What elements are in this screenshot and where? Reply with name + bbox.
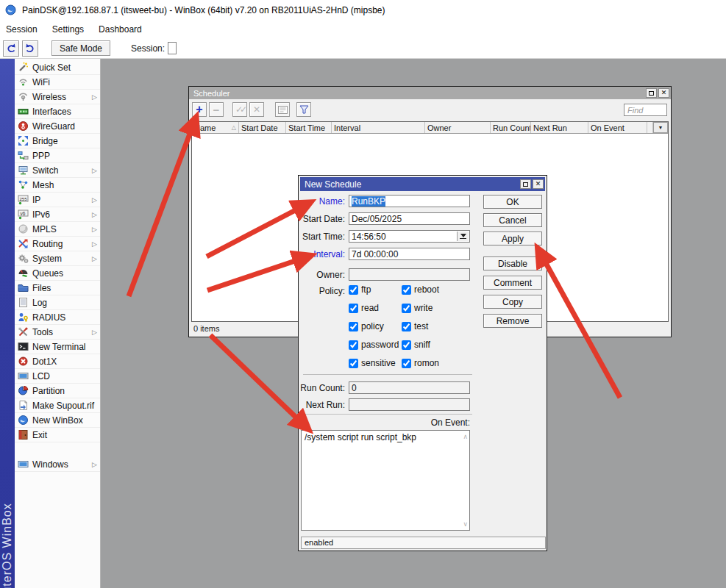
policy-checkbox-sensitive[interactable]: sensitive: [349, 358, 396, 368]
sidebar-item-wifi[interactable]: WiFi: [15, 75, 100, 90]
sidebar-item-bridge[interactable]: Bridge: [15, 134, 100, 148]
sidebar: Quick Set WiFi Wireless▷ Interfaces Wire…: [15, 59, 101, 588]
maximize-button[interactable]: [646, 88, 657, 98]
sidebar-item-quick-set[interactable]: Quick Set: [15, 60, 100, 75]
sidebar-item-ip[interactable]: 255IP▷: [15, 193, 100, 207]
remove-button[interactable]: −: [209, 102, 224, 117]
sidebar-item-radius[interactable]: RADIUS: [15, 310, 100, 325]
menu-session[interactable]: Session: [0, 21, 46, 37]
sidebar-item-mesh[interactable]: Mesh: [15, 178, 100, 193]
scheduler-titlebar[interactable]: Scheduler ✕: [189, 87, 671, 99]
maximize-icon: [649, 91, 654, 96]
policy-checkbox-write[interactable]: write: [402, 303, 433, 313]
on-event-textarea[interactable]: /system script run script_bkp ∧ ∨: [301, 430, 470, 531]
scroll-up-icon[interactable]: ∧: [463, 433, 468, 440]
x-icon: ✕: [253, 104, 260, 115]
policy-checkbox-test[interactable]: test: [402, 321, 428, 331]
enable-button[interactable]: ✓✓: [232, 102, 247, 117]
sidebar-item-lcd[interactable]: LCD: [15, 369, 100, 384]
close-icon[interactable]: ✕: [533, 179, 544, 189]
sidebar-item-switch[interactable]: Switch▷: [15, 163, 100, 178]
policy-checkbox-reboot[interactable]: reboot: [402, 284, 439, 295]
sidebar-item-files[interactable]: Files: [15, 281, 100, 295]
sidebar-item-dot1x[interactable]: Dot1X: [15, 354, 100, 369]
sidebar-item-windows[interactable]: Windows▷: [15, 457, 100, 472]
column-header-interval[interactable]: Interval: [332, 122, 425, 133]
remove-button[interactable]: Remove: [483, 314, 542, 328]
sidebar-item-label: New WinBox: [32, 415, 83, 426]
files-icon: [18, 282, 29, 293]
column-header-start-time[interactable]: Start Time: [286, 122, 332, 133]
sidebar-item-ppp[interactable]: PPP: [15, 148, 100, 163]
column-options-button[interactable]: ▼: [653, 122, 668, 133]
sidebar-item-label: LCD: [32, 371, 50, 381]
sidebar-item-wireless[interactable]: Wireless▷: [15, 90, 100, 104]
queues-icon: [18, 268, 29, 279]
sidebar-item-routing[interactable]: Routing▷: [15, 237, 100, 251]
separator: [303, 414, 472, 415]
close-icon[interactable]: ✕: [658, 88, 669, 98]
column-header-run-count[interactable]: Run Count: [491, 122, 531, 133]
disable-button[interactable]: ✕: [249, 102, 264, 117]
safe-mode-button[interactable]: Safe Mode: [51, 40, 110, 56]
time-dropdown-button[interactable]: [457, 232, 469, 241]
policy-checkbox-ftp[interactable]: ftp: [349, 284, 371, 295]
policy-checkbox-password[interactable]: password: [349, 340, 399, 350]
sidebar-item-interfaces[interactable]: Interfaces: [15, 104, 100, 119]
menu-dashboard[interactable]: Dashboard: [93, 21, 151, 37]
policy-checkbox-sniff[interactable]: sniff: [402, 340, 430, 350]
comment-button[interactable]: Comment: [483, 276, 542, 290]
scroll-down-icon[interactable]: ∨: [463, 520, 468, 528]
start-date-label: Start Date:: [299, 214, 345, 224]
sidebar-item-mpls[interactable]: MPLS▷: [15, 222, 100, 237]
filter-button[interactable]: [296, 102, 311, 117]
column-header-owner[interactable]: Owner: [425, 122, 491, 133]
undo-icon: [5, 43, 17, 54]
column-header-next-run[interactable]: Next Run: [531, 122, 588, 133]
submenu-arrow-icon: ▷: [92, 93, 97, 101]
menu-settings[interactable]: Settings: [46, 21, 93, 37]
redo-button[interactable]: [22, 40, 38, 57]
start-date-input[interactable]: Dec/05/2025: [349, 212, 470, 225]
sidebar-item-wireguard[interactable]: WireGuard: [15, 119, 100, 134]
policy-checkbox-read[interactable]: read: [349, 303, 379, 313]
session-input[interactable]: [168, 42, 177, 54]
brand-vertical-text: RouterOS WinBox: [1, 503, 14, 588]
comment-button[interactable]: [275, 102, 290, 117]
add-button[interactable]: +: [192, 102, 207, 117]
scheduler-title: Scheduler: [193, 89, 230, 98]
find-input[interactable]: [624, 104, 667, 116]
sidebar-item-make-supout[interactable]: Make Supout.rif: [15, 398, 100, 413]
filter-icon: [299, 105, 309, 114]
name-input[interactable]: RunBKP: [349, 195, 470, 207]
sidebar-item-tools[interactable]: Tools▷: [15, 325, 100, 340]
interval-input[interactable]: 7d 00:00:00: [349, 248, 470, 260]
sidebar-item-queues[interactable]: Queues: [15, 266, 100, 281]
check-icon: ✓✓: [235, 104, 244, 115]
cancel-button[interactable]: Cancel: [483, 213, 542, 227]
column-header-name[interactable]: Name△: [192, 122, 239, 133]
sidebar-item-log[interactable]: Log: [15, 295, 100, 310]
sidebar-item-partition[interactable]: Partition: [15, 384, 100, 398]
copy-button[interactable]: Copy: [483, 295, 542, 309]
maximize-button[interactable]: [520, 179, 531, 189]
disable-button[interactable]: Disable: [483, 257, 542, 270]
sidebar-item-ipv6[interactable]: v6IPv6▷: [15, 207, 100, 222]
svg-text:v6: v6: [21, 211, 26, 216]
sidebar-item-system[interactable]: System▷: [15, 251, 100, 266]
supout-icon: [18, 400, 29, 411]
dialog-titlebar[interactable]: New Schedule ✕: [300, 177, 545, 191]
minus-icon: −: [213, 104, 220, 115]
column-header-start-date[interactable]: Start Date: [239, 122, 286, 133]
sidebar-item-new-winbox[interactable]: New WinBox: [15, 413, 100, 428]
ok-button[interactable]: OK: [483, 195, 542, 209]
sidebar-item-new-terminal[interactable]: New Terminal: [15, 340, 100, 354]
sidebar-item-exit[interactable]: Exit: [15, 428, 100, 442]
column-header-on-event[interactable]: On Event: [588, 122, 647, 133]
name-label: Name:: [299, 196, 345, 207]
policy-checkbox-romon[interactable]: romon: [402, 358, 439, 368]
undo-button[interactable]: [3, 40, 19, 57]
start-time-input[interactable]: 14:56:50: [349, 230, 470, 243]
apply-button[interactable]: Apply: [483, 232, 542, 245]
policy-checkbox-policy[interactable]: policy: [349, 321, 384, 331]
